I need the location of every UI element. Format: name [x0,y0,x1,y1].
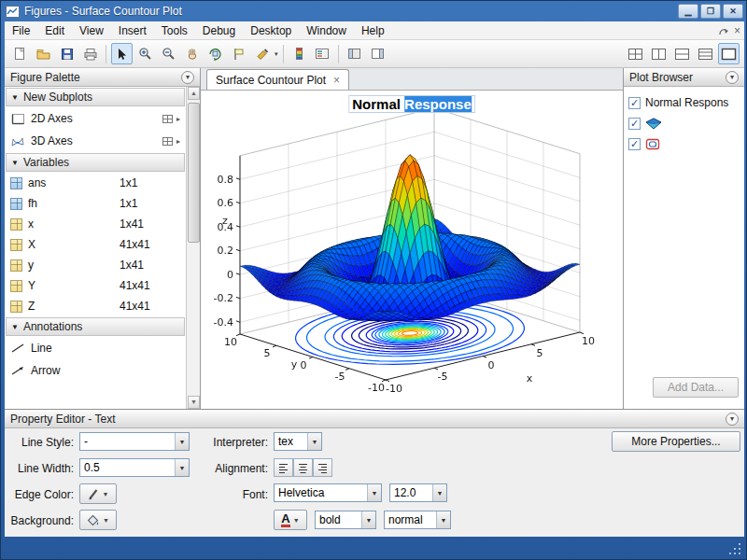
menu-edit[interactable]: Edit [37,22,72,39]
menu-window[interactable]: Window [299,22,354,39]
menu-tools[interactable]: Tools [154,22,195,39]
variable-row[interactable]: Y41x41 [5,275,186,296]
chevron-down-icon[interactable]: ▼ [175,433,189,450]
interpreter-combo[interactable]: tex▼ [274,432,322,451]
chevron-down-icon[interactable]: ▼ [293,517,300,524]
font-weight-combo[interactable]: bold▼ [315,511,376,529]
variable-row[interactable]: X41x41 [5,234,186,255]
font-angle-combo[interactable]: normal▼ [384,511,451,529]
line-style-combo[interactable]: -▼ [79,432,190,451]
new-figure-icon[interactable] [9,43,31,64]
palette-item-2d-axes[interactable]: 2D Axes ▸ [5,107,186,130]
menu-insert[interactable]: Insert [111,22,154,39]
chevron-down-icon[interactable]: ▼ [103,491,109,497]
font-name-combo[interactable]: Helvetica▼ [274,483,382,502]
panel-menu-icon[interactable]: ▾ [181,71,194,84]
plot-title-text[interactable]: Normal [352,96,404,112]
titlebar[interactable]: Figures - Surface Countour Plot ▁ ❐ ✕ [1,1,747,21]
checkbox[interactable]: ✓ [628,118,641,130]
figure-palette-header[interactable]: Figure Palette ▾ [5,68,200,87]
plot-browser-header[interactable]: Plot Browser ▾ [624,68,744,87]
tab-close-icon[interactable]: × [333,76,340,85]
variable-row[interactable]: Z41x41 [5,296,186,316]
browser-item-title[interactable]: ✓ Normal Respons [624,92,744,113]
edge-color-button[interactable]: ▼ [79,483,117,504]
property-editor-header[interactable]: Property Editor - Text ▾ [5,410,744,428]
browser-item-contour[interactable]: ✓ [624,133,744,154]
section-annotations[interactable]: ▼ Annotations [6,317,185,336]
section-variables[interactable]: ▼ Variables [6,153,185,172]
menu-help[interactable]: Help [354,22,392,39]
variable-row[interactable]: x1x41 [5,214,186,234]
layout-single-icon[interactable] [718,43,740,64]
chevron-down-icon[interactable]: ▼ [436,511,450,528]
menu-file[interactable]: File [5,22,37,39]
expand-arrow-icon[interactable]: ▸ [176,115,180,123]
minimize-button[interactable]: ▁ [678,4,698,19]
subplot-grid-icon[interactable] [162,136,174,147]
save-figure-icon[interactable] [56,43,78,64]
panel-menu-icon[interactable]: ▾ [726,71,739,84]
chevron-down-icon[interactable]: ▼ [367,484,381,501]
menu-desktop[interactable]: Desktop [243,22,299,39]
line-width-combo[interactable]: 0.5▼ [79,458,190,477]
chevron-down-icon[interactable]: ▼ [432,484,446,501]
insert-legend-icon[interactable] [312,43,333,64]
menu-close-icon[interactable]: × [734,24,740,37]
chevron-down-icon[interactable]: ▼ [307,433,321,450]
open-file-icon[interactable] [33,43,54,64]
rotate-3d-icon[interactable] [204,43,226,64]
menu-view[interactable]: View [72,22,111,39]
background-color-button[interactable]: ▼ [79,510,117,530]
zoom-out-icon[interactable] [158,43,179,64]
resize-grip[interactable] [727,541,740,554]
scroll-thumb[interactable] [188,103,200,243]
restore-button[interactable]: ❐ [700,4,721,19]
font-color-button[interactable]: A ▼ [274,510,307,530]
align-left-button[interactable] [274,458,293,477]
plot-canvas[interactable] [201,91,623,409]
layout-left-right-icon[interactable] [648,43,669,64]
menu-debug[interactable]: Debug [195,22,243,39]
layout-top-bottom-icon[interactable] [671,43,693,64]
checkbox[interactable]: ✓ [628,138,641,150]
font-size-combo[interactable]: 12.0▼ [389,483,447,502]
browser-item-surface[interactable]: ✓ [624,113,744,133]
layout-rows-icon[interactable] [695,43,716,64]
expand-arrow-icon[interactable]: ▸ [176,137,180,146]
annotation-item-line[interactable]: Line [5,337,186,359]
plot-title[interactable]: Normal Response [348,95,475,113]
palette-item-3d-axes[interactable]: 3D Axes ▸ [5,130,186,152]
chevron-down-icon[interactable]: ▼ [361,511,375,528]
close-button[interactable]: ✕ [723,4,743,19]
scroll-up-icon[interactable]: ▲ [188,87,200,100]
edit-plot-icon[interactable] [111,43,133,64]
scroll-down-icon[interactable]: ▼ [188,396,200,409]
chevron-down-icon[interactable]: ▼ [103,517,109,524]
panel-menu-icon[interactable]: ▾ [726,413,739,426]
insert-colorbar-icon[interactable] [289,43,310,64]
section-new-subplots[interactable]: ▼ New Subplots [6,88,185,106]
brush-icon[interactable] [251,43,273,64]
annotation-item-arrow[interactable]: Arrow [5,359,186,382]
pan-icon[interactable] [181,43,203,64]
brush-dropdown-icon[interactable]: ▾ [275,50,278,58]
align-center-button[interactable] [293,458,313,477]
hide-plot-tools-icon[interactable] [344,43,365,64]
subplot-grid-icon[interactable] [162,114,174,124]
print-icon[interactable] [79,43,101,64]
zoom-in-icon[interactable] [134,43,156,64]
palette-scrollbar[interactable]: ▲ ▼ [186,87,200,409]
variable-row[interactable]: y1x41 [5,255,186,275]
plot-title-selected-text[interactable]: Response [404,96,472,112]
add-data-button[interactable]: Add Data... [653,377,739,398]
show-plot-tools-icon[interactable] [367,43,388,64]
layout-grid-icon[interactable] [625,43,646,64]
align-right-button[interactable] [313,458,332,477]
more-properties-button[interactable]: More Properties... [612,431,740,452]
data-cursor-icon[interactable] [228,43,249,64]
undock-icon[interactable] [718,25,730,36]
variable-row[interactable]: ans1x1 [5,173,186,193]
chevron-down-icon[interactable]: ▼ [175,459,189,476]
checkbox[interactable]: ✓ [628,97,641,109]
